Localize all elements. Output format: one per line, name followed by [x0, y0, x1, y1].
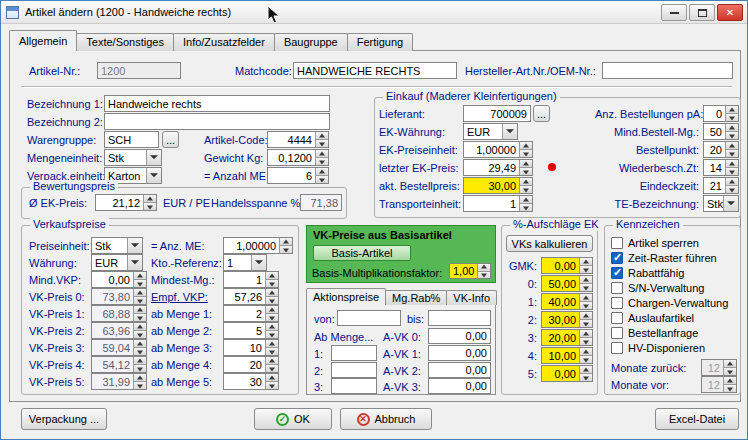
eindeckzeit-field[interactable]: 21: [703, 177, 739, 194]
spinner-buttons[interactable]: [133, 272, 146, 287]
dropdown-arrow-icon[interactable]: [723, 196, 738, 211]
checkbox-sn-verwaltung[interactable]: [611, 282, 623, 294]
avk3-field[interactable]: 0,00: [428, 378, 491, 394]
bezeichnung2-field[interactable]: [104, 113, 330, 130]
spinner-buttons[interactable]: [265, 306, 278, 321]
vk-preis-5-field[interactable]: 31,99: [91, 373, 147, 390]
ab-menge-4-field[interactable]: 20: [223, 356, 279, 373]
spinner-buttons[interactable]: [579, 330, 592, 345]
spinner-buttons[interactable]: [725, 106, 738, 121]
spinner-buttons[interactable]: [279, 238, 292, 253]
aufschlag-5-field[interactable]: 0,00: [541, 365, 593, 382]
dropdown-arrow-icon[interactable]: [127, 255, 142, 270]
artikel-code-field[interactable]: 4444: [267, 131, 329, 148]
spinner-buttons[interactable]: [579, 312, 592, 327]
spinner-buttons[interactable]: [519, 160, 532, 175]
mind-vkp-field[interactable]: 0,00: [91, 271, 147, 288]
spinner-buttons[interactable]: [133, 357, 146, 372]
spinner-buttons[interactable]: [133, 289, 146, 304]
spinner-buttons[interactable]: [133, 306, 146, 321]
vks-kalkulieren-button[interactable]: VKs kalkulieren: [506, 235, 593, 252]
spinner-buttons[interactable]: [265, 272, 278, 287]
spinner-buttons[interactable]: [579, 276, 592, 291]
hersteller-field[interactable]: [602, 62, 733, 79]
aufschlag-4-field[interactable]: 10,00: [541, 347, 593, 364]
spinner-buttons[interactable]: [579, 294, 592, 309]
lieferant-field[interactable]: 700009: [463, 105, 531, 122]
spinner-buttons[interactable]: [477, 264, 490, 278]
avk2-field[interactable]: 0,00: [428, 362, 491, 378]
gmk-field[interactable]: 0,00: [541, 257, 593, 274]
dropdown-arrow-icon[interactable]: [127, 238, 142, 253]
bestellpreis-field[interactable]: 30,00: [463, 177, 533, 194]
matchcode-field[interactable]: HANDWEICHE RECHTS: [293, 62, 457, 79]
spinner-buttons[interactable]: [143, 195, 156, 210]
lieferant-browse-button[interactable]: ...: [533, 105, 550, 122]
mengeneinheit-combo[interactable]: Stk: [104, 149, 162, 166]
spinner-buttons[interactable]: [133, 340, 146, 355]
spinner-buttons[interactable]: [725, 160, 738, 175]
warengruppe-browse-button[interactable]: ...: [162, 131, 179, 148]
spinner-buttons[interactable]: [725, 142, 738, 157]
dropdown-arrow-icon[interactable]: [146, 150, 161, 165]
waehrung-combo[interactable]: EUR: [91, 254, 143, 271]
avk0-field[interactable]: 0,00: [428, 328, 491, 344]
aktion-von-field[interactable]: [337, 310, 401, 326]
wiederbesch-zt-field[interactable]: 14: [703, 159, 739, 176]
subtab-aktionspreise[interactable]: Aktionspreise: [306, 288, 386, 305]
ok-button[interactable]: OK: [254, 408, 332, 430]
basis-artikel-button[interactable]: Basis-Artikel: [313, 245, 411, 261]
dropdown-arrow-icon[interactable]: [251, 255, 266, 270]
warengruppe-field[interactable]: SCH: [104, 131, 159, 148]
anzahl-me-field[interactable]: 6: [267, 167, 329, 184]
minimize-button[interactable]: [661, 4, 687, 21]
aktion-bis-field[interactable]: [428, 310, 491, 326]
close-button[interactable]: ✕: [717, 4, 743, 21]
checkbox-hv-disponieren[interactable]: [611, 342, 623, 354]
spinner-buttons[interactable]: [579, 348, 592, 363]
checkbox-auslaufartikel[interactable]: [611, 312, 623, 324]
letzter-ek-field[interactable]: 29,49: [463, 159, 533, 176]
spinner-buttons[interactable]: [265, 374, 278, 389]
empf-vkp-field[interactable]: 57,26: [223, 288, 279, 305]
spinner-buttons[interactable]: [519, 196, 532, 211]
anz-bestellungen-field[interactable]: 0: [703, 105, 739, 122]
verpackung-button[interactable]: Verpackung ...: [21, 408, 107, 430]
tab-texte-sonstiges[interactable]: Texte/Sonstiges: [76, 33, 174, 51]
aufschlag-0-field[interactable]: 50,00: [541, 275, 593, 292]
spinner-buttons[interactable]: [315, 168, 328, 183]
transporteinheit-field[interactable]: 1: [463, 195, 533, 212]
checkbox-zeit-raster[interactable]: [611, 252, 623, 264]
spinner-buttons[interactable]: [519, 142, 532, 157]
tab-info-zusatzfelder[interactable]: Info/Zusatzfelder: [173, 33, 275, 51]
excel-datei-button[interactable]: Excel-Datei: [655, 408, 739, 430]
vk-preis-1-field[interactable]: 68,88: [91, 305, 147, 322]
spinner-buttons[interactable]: [133, 374, 146, 389]
checkbox-hv-disponieren-label[interactable]: HV-Disponieren: [628, 342, 705, 355]
tab-baugruppe[interactable]: Baugruppe: [274, 33, 348, 51]
maximize-button[interactable]: [689, 4, 715, 21]
dropdown-arrow-icon[interactable]: [502, 124, 517, 139]
bezeichnung1-field[interactable]: Handweiche rechts: [104, 95, 330, 112]
checkbox-bestellanfrage[interactable]: [611, 327, 623, 339]
spinner-buttons[interactable]: [315, 132, 328, 147]
te-bezeichnung-combo[interactable]: Stk: [703, 195, 739, 212]
spinner-buttons[interactable]: [579, 366, 592, 381]
ek-preis-field[interactable]: 21,12: [95, 194, 157, 211]
spinner-buttons[interactable]: [579, 258, 592, 273]
spinner-buttons[interactable]: [519, 178, 532, 193]
checkbox-zeit-raster-label[interactable]: Zeit-Raster führen: [628, 252, 717, 265]
ab-menge-2-field[interactable]: 5: [223, 322, 279, 339]
spinner-buttons[interactable]: [265, 357, 278, 372]
checkbox-auslaufartikel-label[interactable]: Auslaufartikel: [628, 312, 694, 325]
spinner-buttons[interactable]: [725, 178, 738, 193]
checkbox-bestellanfrage-label[interactable]: Bestellanfrage: [628, 327, 698, 340]
spinner-buttons[interactable]: [265, 340, 278, 355]
dropdown-arrow-icon[interactable]: [146, 168, 161, 183]
vk-preis-4-field[interactable]: 54,12: [91, 356, 147, 373]
spinner-buttons[interactable]: [133, 323, 146, 338]
ab-menge-5-field[interactable]: 30: [223, 373, 279, 390]
ab-menge-3-field[interactable]: 10: [223, 339, 279, 356]
spinner-buttons[interactable]: [725, 124, 738, 139]
avk1-field[interactable]: 0,00: [428, 345, 491, 361]
